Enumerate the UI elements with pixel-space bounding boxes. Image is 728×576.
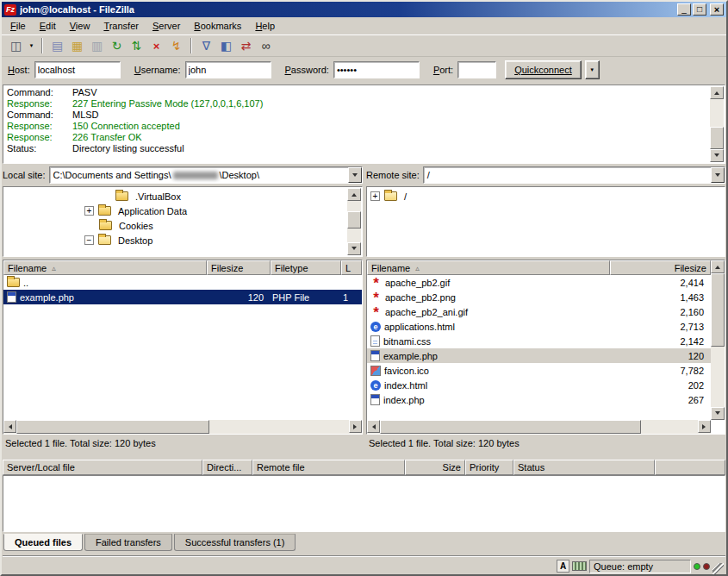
menu-bookmarks[interactable]: Bookmarks (187, 19, 248, 33)
compare-button[interactable]: ◧ (216, 36, 236, 55)
tree-item[interactable]: +/ (367, 189, 725, 203)
tab-queued-files[interactable]: Queued files (3, 534, 83, 551)
column-header-size[interactable]: Size (405, 460, 465, 475)
combo-dropdown-button[interactable] (348, 167, 362, 183)
file-row[interactable]: index.php267 (367, 392, 711, 407)
column-header-priority[interactable]: Priority (465, 460, 513, 475)
column-header-filename[interactable]: Filename▵ (367, 260, 610, 275)
scrollbar-thumb[interactable] (380, 420, 641, 434)
site-manager-dropdown-button[interactable]: ▼ (26, 36, 37, 55)
file-row-selected[interactable]: example.php120 (367, 348, 711, 363)
tree-item[interactable]: Cookies (3, 218, 362, 233)
scrollbar-thumb[interactable] (711, 273, 725, 347)
menu-view[interactable]: View (63, 19, 97, 33)
horizontal-scrollbar[interactable] (367, 420, 711, 434)
toggle-message-log-button[interactable]: ▤ (47, 36, 67, 55)
menu-server[interactable]: Server (146, 19, 187, 33)
tree-item[interactable]: +Application Data (3, 203, 362, 218)
column-header-status[interactable]: Status (513, 460, 655, 475)
chevron-down-icon: ▼ (29, 43, 34, 48)
local-site-combo[interactable]: C:\Documents and Settings\\Desktop\ (49, 166, 363, 184)
quickconnect-button[interactable]: Quickconnect (505, 60, 582, 79)
scrollbar-thumb[interactable] (710, 127, 724, 149)
refresh-button[interactable]: ↻ (107, 36, 127, 55)
tree-scrollbar[interactable] (347, 188, 361, 255)
chevron-down-icon (352, 173, 358, 179)
file-row[interactable]: applications.html2,713 (367, 319, 711, 334)
disconnect-button[interactable]: ↯ (166, 36, 186, 55)
resize-grip[interactable] (712, 563, 724, 574)
site-manager-button[interactable]: ◫ (6, 36, 26, 55)
host-input[interactable] (34, 61, 121, 78)
column-header-filetype[interactable]: Filetype (271, 260, 341, 275)
scroll-left-button[interactable] (367, 420, 380, 433)
menu-transfer[interactable]: Transfer (96, 19, 146, 33)
minimize-button[interactable]: _ (677, 3, 691, 16)
php-file-icon (370, 394, 380, 405)
host-label: Host: (8, 65, 30, 75)
refresh-icon: ↻ (112, 39, 122, 53)
username-input[interactable] (185, 61, 271, 78)
file-row-parent-dir[interactable]: .. (3, 275, 362, 290)
maximize-button[interactable]: □ (693, 3, 706, 16)
menu-file[interactable]: File (3, 19, 33, 33)
cancel-button[interactable]: × (146, 36, 166, 55)
tree-item[interactable]: −Desktop (3, 233, 362, 247)
sync-browsing-button[interactable]: ⇄ (236, 36, 256, 55)
column-header-filesize[interactable]: Filesize (610, 260, 711, 275)
combo-dropdown-button[interactable] (711, 167, 725, 183)
collapse-icon[interactable]: − (84, 235, 94, 245)
tab-failed-transfers[interactable]: Failed transfers (84, 534, 172, 551)
toggle-local-tree-button[interactable]: ▦ (67, 36, 87, 55)
column-header-remote-file[interactable]: Remote file (252, 460, 405, 475)
local-path: C:\Documents and Settings\\Desktop\ (50, 167, 348, 183)
remote-site-combo[interactable]: / (423, 166, 725, 184)
scroll-down-button[interactable] (710, 149, 724, 162)
scroll-down-button[interactable] (347, 242, 361, 255)
transfer-type-indicator-icon[interactable]: A (557, 560, 569, 573)
remote-list-scrollbar[interactable] (711, 260, 725, 420)
scroll-up-button[interactable] (710, 86, 724, 99)
title-bar[interactable]: Fz john@localhost - FileZilla _ □ × (2, 2, 726, 17)
local-file-list: Filename▵ Filesize Filetype L .. example… (3, 260, 363, 435)
find-files-button[interactable]: ∞ (256, 36, 276, 55)
menu-help[interactable]: Help (248, 19, 282, 33)
scrollbar-thumb[interactable] (16, 420, 209, 434)
password-input[interactable] (333, 61, 420, 78)
file-row[interactable]: apache_pb2.png1,463 (367, 290, 711, 304)
scroll-left-button[interactable] (3, 420, 16, 433)
tab-successful-transfers[interactable]: Successful transfers (1) (174, 534, 296, 551)
filter-button[interactable]: ∇ (196, 36, 216, 55)
file-row[interactable]: bitnami.css2,142 (367, 334, 711, 348)
column-header-filename[interactable]: Filename▵ (3, 260, 207, 275)
column-header-server-local-file[interactable]: Server/Local file (3, 460, 202, 475)
toggle-queue-button[interactable]: ▥ (87, 36, 107, 55)
scroll-up-button[interactable] (711, 260, 725, 273)
file-row[interactable]: apache_pb2.gif2,414 (367, 275, 711, 290)
scrollbar-thumb[interactable] (347, 211, 361, 229)
file-row[interactable]: apache_pb2_ani.gif2,160 (367, 304, 711, 319)
file-row-selected[interactable]: example.php 120 PHP File 1 (3, 290, 362, 304)
horizontal-scrollbar[interactable] (3, 420, 362, 434)
menu-edit[interactable]: Edit (33, 19, 63, 33)
scroll-down-button[interactable] (711, 407, 725, 420)
expand-icon[interactable]: + (84, 206, 94, 216)
quickconnect-dropdown-button[interactable]: ▼ (585, 60, 600, 79)
column-header-modified[interactable]: L (341, 260, 362, 275)
transfer-queue-list[interactable] (3, 475, 725, 532)
scroll-up-button[interactable] (347, 188, 361, 201)
process-queue-button[interactable]: ⇅ (127, 36, 146, 55)
tree-item[interactable]: .VirtualBox (3, 189, 362, 203)
expand-icon[interactable]: + (370, 191, 380, 201)
column-header-filesize[interactable]: Filesize (207, 260, 271, 275)
file-row[interactable]: index.html202 (367, 378, 711, 392)
port-input[interactable] (457, 61, 496, 78)
log-scrollbar[interactable] (710, 86, 724, 162)
scroll-right-button[interactable] (349, 420, 362, 433)
file-row[interactable]: favicon.ico7,782 (367, 363, 711, 378)
close-button[interactable]: × (710, 3, 724, 16)
filter-icon: ∇ (202, 39, 210, 53)
scroll-right-button[interactable] (698, 420, 711, 433)
column-header-direction[interactable]: Directi... (202, 460, 252, 475)
encryption-icon[interactable] (572, 561, 587, 571)
